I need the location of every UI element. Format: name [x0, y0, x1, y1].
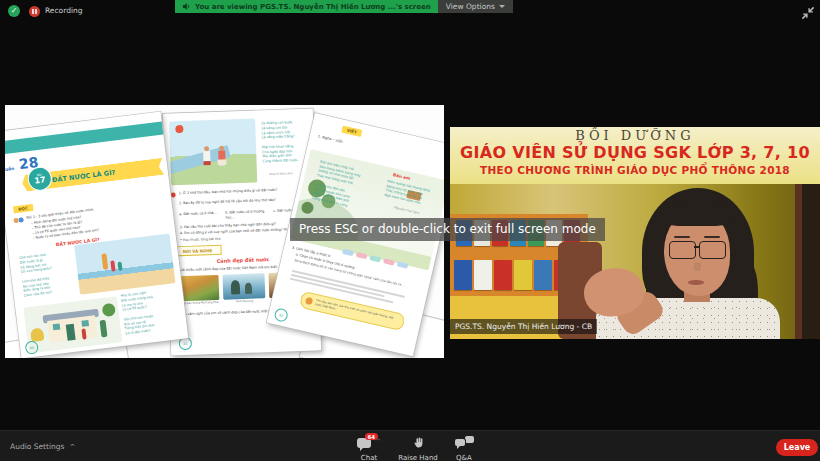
poem-author: (Huỳnh Mai Liên) — [269, 171, 293, 176]
speak-listen-ribbon: NÓI VÀ NGHE — [173, 245, 221, 257]
audio-settings-label: Audio Settings — [10, 442, 64, 451]
avatar — [18, 217, 24, 223]
audio-settings-button[interactable]: Audio Settings ^ — [10, 442, 75, 451]
leave-button[interactable]: Leave — [776, 439, 818, 456]
banner-line-3: THEO CHƯƠNG TRÌNH GIÁO DỤC PHỔ THÔNG 201… — [450, 164, 820, 176]
chevron-up-icon: ^ — [69, 443, 75, 451]
participant-name-tag: PGS.TS. Nguyễn Thị Hiền Lương - CB — [450, 319, 597, 334]
classroom-banner: BỒI DƯỠNG GIÁO VIÊN SỬ DỤNG SGK LỚP 3, 7… — [450, 127, 820, 184]
video-scene — [450, 184, 820, 339]
exit-fullscreen-icon — [799, 4, 817, 22]
recording-indicator-icon[interactable] — [29, 6, 40, 17]
week-label: Tuần — [5, 166, 15, 172]
view-options-label: View Options — [446, 2, 495, 11]
viewing-banner-text: You are viewing PGS.TS. Nguyễn Thị Hiền … — [195, 3, 431, 11]
option-a: a. Đất nước có ở nhà... — [179, 211, 221, 222]
photo-halong-bay — [222, 273, 265, 299]
write-section-tag: VIẾT — [341, 126, 362, 137]
security-shield-icon[interactable]: ✓ — [8, 5, 20, 17]
banner-line-2: GIÁO VIÊN SỬ DỤNG SGK LỚP 3, 7, 10 — [450, 143, 820, 162]
page-number-badge: 42 — [273, 307, 289, 323]
glasses — [699, 241, 726, 259]
screen-share-banner: You are viewing PGS.TS. Nguyễn Thị Hiền … — [175, 0, 513, 13]
banner-line-1: BỒI DƯỠNG — [450, 128, 820, 143]
beach-illustration — [74, 233, 175, 294]
view-options-button[interactable]: View Options — [438, 0, 513, 13]
house-illustration — [23, 296, 122, 353]
raise-hand-icon — [412, 436, 425, 449]
chevron-up-icon: ^ — [376, 437, 381, 444]
presenter-mouth — [688, 280, 704, 285]
photo-caption: Vịnh Hạ Long — [223, 299, 265, 304]
lesson-title: ĐẤT NƯỚC LÀ GÌ? — [51, 168, 115, 184]
river-illustration — [169, 118, 257, 185]
read-section-tag: ĐỌC — [13, 204, 33, 213]
chevron-down-icon — [499, 5, 505, 8]
qa-label: Q&A — [446, 454, 482, 461]
chat-button[interactable]: 64 ^ Chat — [346, 434, 392, 461]
speaker-icon — [182, 2, 191, 11]
page-number-badge: 40 — [25, 340, 39, 354]
glasses — [669, 241, 696, 259]
qa-icon — [455, 436, 474, 449]
raise-hand-button[interactable]: Raise Hand — [390, 434, 446, 461]
mascot-icon — [305, 297, 313, 305]
zoom-fullscreen-window: ✓ Recording You are viewing PGS.TS. Nguy… — [0, 0, 820, 461]
textbook-page-left: 21 Tuần 28 ĐẤT NƯỚC LÀ GÌ? Bài 17 ĐỌC Nó… — [5, 112, 188, 358]
chat-label: Chat — [346, 454, 392, 461]
raise-hand-label: Raise Hand — [390, 454, 446, 461]
poem-stanzas-left: Cho con hỏi nhé Đất nước là gì Vẽ bằng b… — [19, 249, 78, 298]
exit-fullscreen-hint: Press ESC or double-click to exit full s… — [290, 218, 605, 241]
meeting-toolbar: Audio Settings ^ 64 ^ Chat Raise Hand — [0, 430, 820, 461]
question-1: 1. Ở 2 khổ thơ đầu, bạn nhỏ hỏi những đi… — [179, 187, 313, 197]
poem-stanzas-right: Hay là con nghĩ Đất nước trong nhà Là mẹ… — [120, 287, 181, 336]
chapter-band — [5, 122, 163, 155]
recording-label: Recording — [45, 6, 83, 15]
exit-fullscreen-button[interactable] — [799, 4, 817, 22]
reading-note-bubble: Tìm đọc bài văn, bài thơ viết về cảnh vậ… — [299, 291, 406, 331]
question-icon — [171, 192, 176, 197]
option-b: b. Đất nước có ở trường học... — [225, 209, 269, 220]
qa-button[interactable]: Q&A — [446, 434, 482, 461]
